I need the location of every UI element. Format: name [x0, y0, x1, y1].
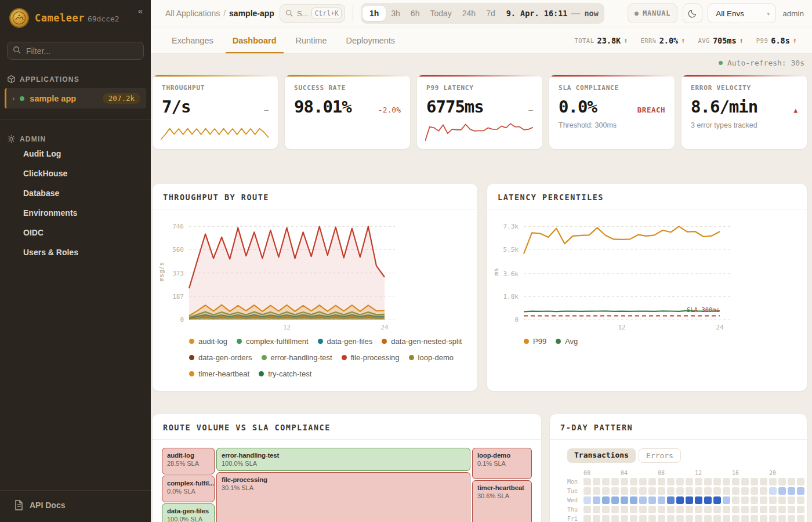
heatmap-cell[interactable]: [639, 478, 647, 485]
heatmap-cell[interactable]: [732, 506, 740, 513]
heatmap-cell[interactable]: [676, 487, 684, 495]
heatmap-cell[interactable]: [593, 487, 600, 495]
heatmap-cell[interactable]: [583, 487, 591, 495]
heatmap-cell[interactable]: [704, 478, 712, 485]
range-start[interactable]: 9. Apr. 16:11: [506, 9, 568, 18]
heatmap-cell[interactable]: [583, 496, 591, 504]
heatmap-cell[interactable]: [602, 515, 610, 522]
filter-input[interactable]: [7, 42, 144, 60]
sidebar-item-users-roles[interactable]: Users & Roles: [0, 243, 151, 262]
heatmap-cell[interactable]: [648, 478, 656, 485]
heatmap-cell[interactable]: [676, 478, 684, 485]
heatmap-cell[interactable]: [704, 487, 712, 495]
manual-refresh-button[interactable]: MANUAL: [628, 3, 677, 23]
heatmap-cell[interactable]: [630, 506, 637, 513]
heatmap-cell[interactable]: [723, 496, 730, 504]
heatmap-cell[interactable]: [602, 496, 610, 504]
heatmap-cell[interactable]: [741, 515, 749, 522]
heatmap-cell[interactable]: [797, 478, 804, 485]
sidebar-item-audit-log[interactable]: Audit Log: [0, 144, 151, 163]
legend-item-timer-heartbeat[interactable]: timer-heartbeat: [189, 369, 249, 378]
sidebar-item-database[interactable]: Database: [0, 184, 151, 202]
heatmap-cell[interactable]: [686, 496, 693, 504]
heatmap-cell[interactable]: [695, 506, 702, 513]
heatmap-cell[interactable]: [686, 506, 693, 513]
heatmap-cell[interactable]: [686, 487, 693, 495]
heatmap-cell[interactable]: [760, 478, 767, 485]
sidebar-item-environments[interactable]: Environments: [0, 204, 151, 222]
chevron-right-icon[interactable]: ›: [12, 94, 14, 103]
sidebar-item-oidc[interactable]: OIDC: [0, 223, 151, 242]
range-today[interactable]: Today: [425, 6, 456, 21]
heatmap-cell[interactable]: [788, 515, 795, 522]
tab-runtime[interactable]: Runtime: [296, 27, 327, 53]
heatmap-cell[interactable]: [611, 496, 619, 504]
heatmap-cell[interactable]: [769, 496, 777, 504]
heatmap-cell[interactable]: [658, 506, 665, 513]
range-7d[interactable]: 7d: [481, 6, 501, 21]
toggle-errors[interactable]: Errors: [639, 448, 681, 463]
heatmap-cell[interactable]: [778, 487, 786, 495]
heatmap-cell[interactable]: [732, 487, 740, 495]
legend-item-try-catch-test[interactable]: try-catch-test: [259, 369, 311, 378]
heatmap-cell[interactable]: [732, 515, 740, 522]
heatmap-cell[interactable]: [667, 515, 675, 522]
heatmap-cell[interactable]: [602, 487, 610, 495]
heatmap-cell[interactable]: [667, 496, 675, 504]
heatmap-cell[interactable]: [751, 496, 758, 504]
heatmap-cell[interactable]: [658, 487, 665, 495]
heatmap-cell[interactable]: [639, 515, 647, 522]
heatmap-cell[interactable]: [695, 496, 702, 504]
heatmap-cell[interactable]: [704, 496, 712, 504]
legend-item-data-gen-orders[interactable]: data-gen-orders: [189, 353, 252, 362]
heatmap-cell[interactable]: [760, 506, 767, 513]
tab-deployments[interactable]: Deployments: [346, 27, 396, 53]
heatmap-cell[interactable]: [741, 487, 749, 495]
heatmap-cell[interactable]: [741, 478, 749, 485]
heatmap-cell[interactable]: [686, 515, 693, 522]
heatmap-cell[interactable]: [648, 515, 656, 522]
heatmap-cell[interactable]: [723, 487, 730, 495]
heatmap-cell[interactable]: [639, 487, 647, 495]
heatmap-cell[interactable]: [723, 506, 730, 513]
heatmap-cell[interactable]: [667, 478, 675, 485]
collapse-sidebar-icon[interactable]: «: [138, 6, 143, 16]
tab-dashboard[interactable]: Dashboard: [233, 27, 277, 53]
heatmap-cell[interactable]: [611, 487, 619, 495]
heatmap-cell[interactable]: [760, 515, 767, 522]
heatmap-cell[interactable]: [695, 515, 702, 522]
heatmap-cell[interactable]: [760, 487, 767, 495]
heatmap-cell[interactable]: [778, 478, 786, 485]
treemap-cell-data-gen-files[interactable]: data-gen-files100.0% SLA: [162, 503, 215, 522]
treemap-cell-error-handling-test[interactable]: error-handling-test100.0% SLA: [216, 448, 470, 471]
theme-toggle-button[interactable]: [683, 3, 702, 23]
heatmap-cell[interactable]: [797, 506, 804, 513]
heatmap-cell[interactable]: [648, 506, 656, 513]
heatmap-cell[interactable]: [732, 478, 740, 485]
heatmap-cell[interactable]: [778, 496, 786, 504]
heatmap-cell[interactable]: [611, 515, 619, 522]
heatmap-cell[interactable]: [630, 478, 637, 485]
heatmap-cell[interactable]: [593, 506, 600, 513]
treemap-cell-complex-fulfil[interactable]: complex-fulfil...0.0% SLA: [162, 476, 215, 502]
treemap-cell-loop-demo[interactable]: loop-demo0.1% SLA: [472, 448, 532, 479]
heatmap-cell[interactable]: [778, 506, 786, 513]
heatmap-cell[interactable]: [639, 496, 647, 504]
heatmap-cell[interactable]: [695, 487, 702, 495]
legend-item-loop-demo[interactable]: loop-demo: [409, 353, 454, 362]
environment-select[interactable]: All Envs ▾: [708, 3, 776, 23]
heatmap-cell[interactable]: [583, 515, 591, 522]
legend-item-data-gen-nested-split[interactable]: data-gen-nested-split: [382, 337, 462, 346]
heatmap-cell[interactable]: [741, 506, 749, 513]
heatmap-cell[interactable]: [797, 496, 804, 504]
heatmap-cell[interactable]: [602, 478, 610, 485]
heatmap-cell[interactable]: [713, 487, 721, 495]
range-1h[interactable]: 1h: [362, 6, 386, 21]
heatmap-cell[interactable]: [713, 506, 721, 513]
heatmap-cell[interactable]: [648, 487, 656, 495]
range-6h[interactable]: 6h: [405, 6, 425, 21]
heatmap-cell[interactable]: [667, 506, 675, 513]
heatmap-cell[interactable]: [760, 496, 767, 504]
heatmap-cell[interactable]: [621, 506, 628, 513]
legend-item-avg[interactable]: Avg: [556, 337, 578, 346]
